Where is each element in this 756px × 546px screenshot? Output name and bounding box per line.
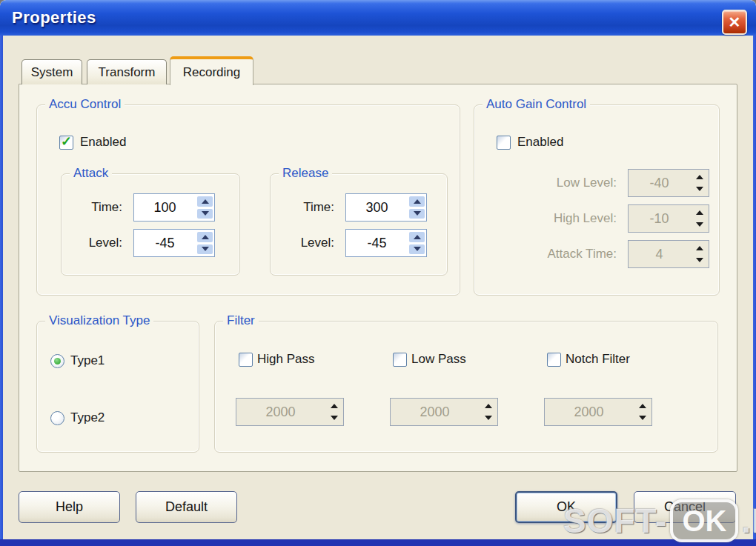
attack-time-value[interactable]: 100 — [134, 194, 196, 221]
type2-label: Type2 — [70, 410, 105, 425]
arrow-up-icon — [202, 199, 209, 204]
type2-radio[interactable] — [50, 411, 64, 425]
agc-enabled-row: Enabled — [497, 135, 563, 150]
attack-time-spin-down-button[interactable] — [197, 209, 213, 219]
agc-attack-time-value: 4 — [629, 241, 690, 267]
auto-gain-control-group: Auto Gain Control Enabled Low Level: -40… — [474, 104, 720, 296]
release-level-spin-up-button[interactable] — [409, 232, 425, 242]
visualization-type-group: Visualization Type Type1 Type2 — [36, 321, 199, 453]
visualization-type-group-title: Visualization Type — [45, 313, 153, 328]
arrow-down-icon — [331, 416, 338, 420]
radio-selected-dot — [54, 358, 61, 364]
arrow-down-icon — [696, 187, 703, 191]
recording-tab-panel: Accu Control ✓ Enabled Attack Time: 100 — [19, 84, 737, 472]
arrow-down-icon — [696, 222, 703, 227]
check-icon: ✓ — [61, 135, 72, 148]
high-pass-row: High Pass — [239, 352, 314, 367]
low-level-spin-down-button — [692, 184, 707, 195]
release-level-spinner[interactable]: -45 — [345, 229, 427, 257]
attack-level-spin-down-button[interactable] — [197, 244, 213, 255]
arrow-up-icon — [414, 235, 421, 239]
high-level-label: High Level: — [474, 204, 617, 233]
arrow-down-icon — [485, 416, 492, 420]
arrow-up-icon — [696, 246, 703, 250]
low-pass-spin-up-button — [480, 401, 496, 411]
arrow-down-icon — [202, 211, 209, 216]
arrow-up-icon — [639, 404, 646, 408]
high-pass-checkbox[interactable] — [239, 353, 253, 367]
default-button[interactable]: Default — [136, 491, 237, 523]
release-time-spin-down-button[interactable] — [409, 209, 425, 219]
filter-group-title: Filter — [223, 313, 259, 328]
help-button[interactable]: Help — [19, 491, 120, 523]
notch-filter-spin-up-button — [634, 401, 650, 411]
type1-row: Type1 — [50, 353, 105, 368]
high-level-spin-up-button — [692, 207, 707, 218]
arrow-down-icon — [639, 416, 646, 420]
accu-control-group: Accu Control ✓ Enabled Attack Time: 100 — [36, 104, 460, 296]
tab-transform[interactable]: Transform — [87, 59, 167, 84]
type2-row: Type2 — [50, 410, 105, 425]
release-level-label: Level: — [271, 229, 334, 257]
tab-recording[interactable]: Recording — [170, 56, 253, 85]
release-group: Release Time: 300 Level: -45 — [270, 173, 448, 276]
agc-attack-time-label: Attack Time: — [474, 240, 617, 268]
low-level-label: Low Level: — [474, 169, 617, 197]
attack-level-spin-up-button[interactable] — [197, 232, 213, 242]
release-time-label: Time: — [271, 193, 334, 222]
accu-enabled-row: ✓ Enabled — [59, 135, 126, 150]
type1-label: Type1 — [70, 353, 105, 368]
arrow-up-icon — [485, 404, 492, 408]
low-level-spinner: -40 — [628, 169, 709, 197]
high-pass-label: High Pass — [257, 352, 314, 367]
notch-filter-spinner: 2000 — [544, 398, 652, 426]
auto-gain-group-title: Auto Gain Control — [483, 97, 590, 112]
low-level-spin-up-button — [692, 172, 707, 182]
accu-enabled-checkbox[interactable]: ✓ — [59, 136, 73, 150]
notch-filter-label: Notch Filter — [566, 352, 630, 367]
low-pass-spin-down-button — [480, 413, 496, 424]
notch-filter-value: 2000 — [545, 399, 633, 425]
ok-button[interactable]: OK — [515, 491, 617, 523]
notch-filter-checkbox[interactable] — [547, 353, 561, 367]
attack-time-spinner[interactable]: 100 — [133, 193, 215, 222]
accu-enabled-label: Enabled — [80, 135, 126, 150]
high-level-spin-down-button — [692, 220, 707, 230]
attack-level-value[interactable]: -45 — [134, 230, 196, 256]
arrow-up-icon — [696, 210, 703, 215]
low-pass-value: 2000 — [391, 399, 479, 425]
close-icon: ✕ — [729, 14, 741, 30]
release-level-value[interactable]: -45 — [346, 230, 408, 256]
high-level-spinner: -10 — [628, 204, 709, 233]
release-time-spinner[interactable]: 300 — [345, 193, 427, 222]
title-bar: Properties ✕ — [0, 0, 756, 36]
release-time-spin-up-button[interactable] — [409, 196, 425, 207]
window-border-bottom — [0, 539, 756, 546]
arrow-down-icon — [414, 211, 421, 216]
properties-dialog: Properties ✕ System Transform Recording … — [0, 0, 756, 546]
window-title: Properties — [12, 0, 96, 36]
attack-group-title: Attack — [70, 166, 112, 181]
tab-system[interactable]: System — [21, 59, 82, 84]
arrow-down-icon — [414, 247, 421, 251]
low-level-value: -40 — [629, 170, 690, 196]
low-pass-row: Low Pass — [393, 352, 466, 367]
low-pass-spinner: 2000 — [390, 398, 498, 426]
agc-enabled-checkbox[interactable] — [497, 136, 511, 150]
accu-control-group-title: Accu Control — [45, 97, 125, 112]
release-time-value[interactable]: 300 — [346, 194, 408, 221]
attack-group: Attack Time: 100 Level: -45 — [61, 173, 240, 276]
type1-radio[interactable] — [50, 354, 64, 368]
high-pass-spin-up-button — [326, 401, 342, 411]
attack-time-spin-up-button[interactable] — [197, 196, 213, 207]
attack-level-spinner[interactable]: -45 — [133, 229, 215, 257]
filter-group: Filter High Pass 2000 Low Pass 2000 — [214, 321, 718, 453]
window-border-right — [753, 36, 756, 546]
high-level-value: -10 — [629, 205, 690, 232]
release-group-title: Release — [279, 166, 332, 181]
cancel-button[interactable]: Cancel — [634, 491, 736, 523]
close-button[interactable]: ✕ — [722, 10, 747, 35]
release-level-spin-down-button[interactable] — [409, 244, 425, 255]
low-pass-checkbox[interactable] — [393, 353, 407, 367]
high-pass-spinner: 2000 — [236, 398, 344, 426]
